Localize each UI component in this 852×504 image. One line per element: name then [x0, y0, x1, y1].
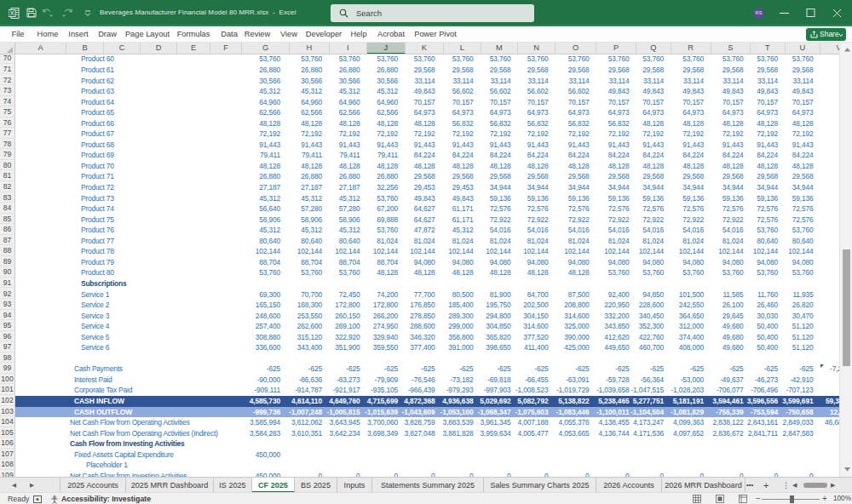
svg-text:X: X: [10, 10, 14, 16]
